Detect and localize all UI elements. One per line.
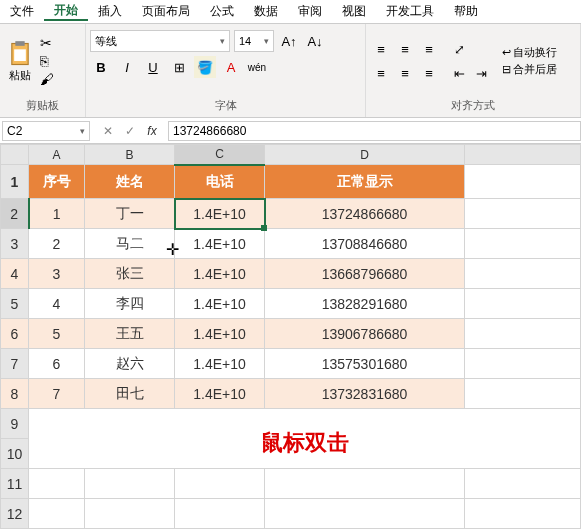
cell[interactable]: 13668796680 — [265, 259, 465, 289]
cell[interactable]: 丁一 — [85, 199, 175, 229]
cell[interactable] — [465, 469, 581, 499]
cell[interactable]: 6 — [29, 349, 85, 379]
wrap-text-button[interactable]: ↩ 自动换行 — [502, 45, 557, 60]
cut-button[interactable]: ✂ — [40, 35, 54, 51]
cell[interactable] — [85, 469, 175, 499]
row-header-5[interactable]: 5 — [1, 289, 29, 319]
row-header-9[interactable]: 9 — [1, 409, 29, 439]
align-top-button[interactable]: ≡ — [370, 38, 392, 60]
menu-layout[interactable]: 页面布局 — [132, 3, 200, 20]
cell[interactable]: 5 — [29, 319, 85, 349]
header-cell[interactable]: 序号 — [29, 165, 85, 199]
row-header-4[interactable]: 4 — [1, 259, 29, 289]
copy-button[interactable]: ⎘ — [40, 53, 54, 69]
bold-button[interactable]: B — [90, 56, 112, 78]
align-bottom-button[interactable]: ≡ — [418, 38, 440, 60]
cell[interactable] — [465, 199, 581, 229]
menu-data[interactable]: 数据 — [244, 3, 288, 20]
cell[interactable] — [29, 499, 85, 529]
align-middle-button[interactable]: ≡ — [394, 38, 416, 60]
menu-view[interactable]: 视图 — [332, 3, 376, 20]
cell[interactable]: 1 — [29, 199, 85, 229]
cell[interactable]: 2 — [29, 229, 85, 259]
menu-formula[interactable]: 公式 — [200, 3, 244, 20]
format-painter-button[interactable]: 🖌 — [40, 71, 54, 87]
select-all-corner[interactable] — [1, 145, 29, 165]
cell[interactable]: 李四 — [85, 289, 175, 319]
col-header-d[interactable]: D — [265, 145, 465, 165]
font-color-button[interactable]: A — [220, 56, 242, 78]
cell[interactable] — [85, 499, 175, 529]
cell[interactable] — [465, 165, 581, 199]
cell[interactable] — [465, 229, 581, 259]
cell[interactable]: 1.4E+10 — [175, 379, 265, 409]
row-header-2[interactable]: 2 — [1, 199, 29, 229]
decrease-font-button[interactable]: A↓ — [304, 30, 326, 52]
cell[interactable]: 13732831680 — [265, 379, 465, 409]
row-header-7[interactable]: 7 — [1, 349, 29, 379]
cell[interactable] — [265, 469, 465, 499]
increase-font-button[interactable]: A↑ — [278, 30, 300, 52]
cell[interactable]: 1.4E+10 — [175, 229, 265, 259]
cell[interactable]: 4 — [29, 289, 85, 319]
cell[interactable] — [175, 499, 265, 529]
insert-function-button[interactable]: fx — [142, 124, 162, 138]
header-cell[interactable]: 电话 — [175, 165, 265, 199]
col-header-c[interactable]: C — [175, 145, 265, 165]
menu-home[interactable]: 开始 — [44, 2, 88, 21]
cell[interactable] — [265, 499, 465, 529]
merge-cells-button[interactable]: ⊟ 合并后居 — [502, 62, 557, 77]
row-header-12[interactable]: 12 — [1, 499, 29, 529]
formula-input[interactable]: 13724866680 — [168, 121, 581, 141]
cell[interactable]: 1.4E+10 — [175, 319, 265, 349]
row-header-11[interactable]: 11 — [1, 469, 29, 499]
row-header-8[interactable]: 8 — [1, 379, 29, 409]
col-header-a[interactable]: A — [29, 145, 85, 165]
cell[interactable] — [465, 499, 581, 529]
cell[interactable]: 3 — [29, 259, 85, 289]
cell[interactable]: 1.4E+10 — [175, 259, 265, 289]
align-center-button[interactable]: ≡ — [394, 62, 416, 84]
cell[interactable] — [465, 259, 581, 289]
cell[interactable] — [29, 469, 85, 499]
menu-review[interactable]: 审阅 — [288, 3, 332, 20]
cell[interactable]: 张三 — [85, 259, 175, 289]
cell[interactable]: 13906786680 — [265, 319, 465, 349]
cell[interactable] — [465, 319, 581, 349]
cell[interactable] — [465, 289, 581, 319]
worksheet[interactable]: A B C D 1 序号 姓名 电话 正常显示 2 1 丁一 1.4E+10 1… — [0, 144, 581, 529]
border-button[interactable]: ⊞ — [168, 56, 190, 78]
cell[interactable]: 13724866680 — [265, 199, 465, 229]
cell[interactable]: 13575301680 — [265, 349, 465, 379]
cell[interactable]: 13708846680 — [265, 229, 465, 259]
cell[interactable]: 1.4E+10 — [175, 289, 265, 319]
cell[interactable]: 7 — [29, 379, 85, 409]
italic-button[interactable]: I — [116, 56, 138, 78]
col-header-extra[interactable] — [465, 145, 581, 165]
align-left-button[interactable]: ≡ — [370, 62, 392, 84]
paste-button[interactable]: 粘贴 — [4, 38, 36, 85]
cell[interactable]: 王五 — [85, 319, 175, 349]
cell[interactable]: 马二 — [85, 229, 175, 259]
underline-button[interactable]: U — [142, 56, 164, 78]
menu-dev[interactable]: 开发工具 — [376, 3, 444, 20]
orientation-button[interactable]: ⤢ — [448, 38, 470, 60]
menu-help[interactable]: 帮助 — [444, 3, 488, 20]
cell[interactable]: 田七 — [85, 379, 175, 409]
col-header-b[interactable]: B — [85, 145, 175, 165]
decrease-indent-button[interactable]: ⇤ — [448, 62, 470, 84]
cell[interactable] — [465, 349, 581, 379]
cell[interactable] — [175, 469, 265, 499]
cancel-formula-button[interactable]: ✕ — [98, 124, 118, 138]
cell[interactable]: 赵六 — [85, 349, 175, 379]
row-header-3[interactable]: 3 — [1, 229, 29, 259]
cell[interactable]: 1.4E+10 — [175, 349, 265, 379]
header-cell[interactable]: 正常显示 — [265, 165, 465, 199]
phonetic-button[interactable]: wén — [246, 56, 268, 78]
row-header-6[interactable]: 6 — [1, 319, 29, 349]
row-header-10[interactable]: 10 — [1, 439, 29, 469]
align-right-button[interactable]: ≡ — [418, 62, 440, 84]
font-name-select[interactable]: 等线▾ — [90, 30, 230, 52]
header-cell[interactable]: 姓名 — [85, 165, 175, 199]
increase-indent-button[interactable]: ⇥ — [470, 62, 492, 84]
